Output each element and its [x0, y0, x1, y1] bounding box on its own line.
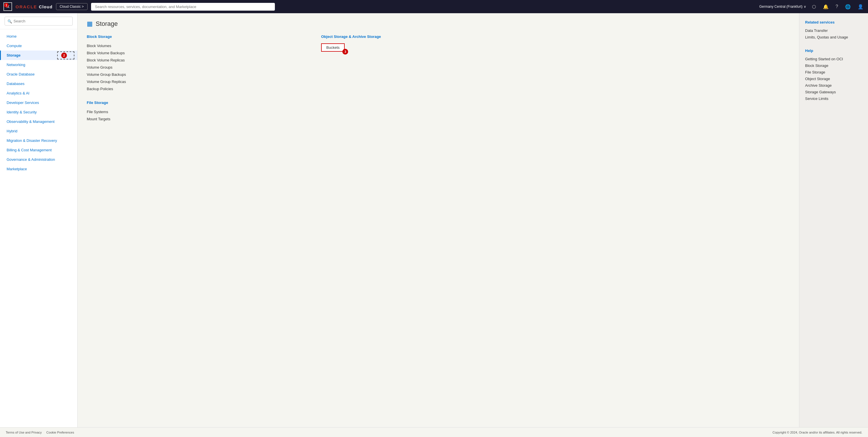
- buckets-link[interactable]: Buckets: [321, 43, 345, 52]
- sidebar-search-wrap: 🔍: [0, 13, 77, 29]
- close-button-wrap: ✕ 1: [3, 2, 12, 11]
- right-panel: Related services Data Transfer Limits, Q…: [799, 13, 868, 427]
- file-storage-links: File Systems Mount Targets: [87, 108, 321, 123]
- sidebar-nav: Home Compute Storage 2 Networking Oracle…: [0, 29, 77, 176]
- sidebar-item-oracle-database[interactable]: Oracle Database: [0, 69, 77, 79]
- sidebar-item-billing-cost-management[interactable]: Billing & Cost Management: [0, 145, 77, 155]
- help-title: Help: [805, 49, 862, 53]
- help-block-storage-link[interactable]: Block Storage: [805, 62, 862, 69]
- storage-sections-row: Block Storage Block Volumes Block Volume…: [87, 34, 790, 123]
- block-storage-section: Block Storage Block Volumes Block Volume…: [87, 34, 321, 123]
- dashed-indicator: [57, 52, 74, 59]
- object-storage-section: Object Storage & Archive Storage Buckets…: [321, 34, 556, 123]
- file-systems-link[interactable]: File Systems: [87, 108, 321, 116]
- help-storage-gateways-link[interactable]: Storage Gateways: [805, 89, 862, 95]
- cloud-classic-button[interactable]: Cloud Classic >: [56, 3, 88, 10]
- block-storage-links: Block Volumes Block Volume Backups Block…: [87, 42, 321, 92]
- main-layout: 🔍 Home Compute Storage 2 Networking Orac…: [0, 13, 868, 427]
- region-label: Germany Central (Frankfurt): [759, 5, 803, 9]
- page-title-row: ▦ Storage: [87, 20, 790, 28]
- volume-group-replicas-link[interactable]: Volume Group Replicas: [87, 78, 321, 85]
- related-services-title: Related services: [805, 20, 862, 24]
- help-service-limits-link[interactable]: Service Limits: [805, 95, 862, 102]
- help-icon[interactable]: ?: [834, 3, 839, 10]
- sidebar-search-input[interactable]: [5, 17, 73, 26]
- storage-title-icon: ▦: [87, 20, 93, 28]
- bottom-bar: Terms of Use and Privacy Cookie Preferen…: [0, 427, 868, 437]
- global-search-input[interactable]: [91, 3, 275, 11]
- limits-quotas-link[interactable]: Limits, Quotas and Usage: [805, 34, 862, 40]
- block-volume-backups-link[interactable]: Block Volume Backups: [87, 50, 321, 57]
- sidebar-item-storage-label: Storage: [7, 53, 21, 57]
- block-storage-title: Block Storage: [87, 34, 321, 39]
- navbar: ✕ 1 ORACLE Cloud Cloud Classic > Germany…: [0, 0, 868, 13]
- block-volume-replicas-link[interactable]: Block Volume Replicas: [87, 57, 321, 64]
- block-volumes-link[interactable]: Block Volumes: [87, 42, 321, 50]
- help-archive-storage-link[interactable]: Archive Storage: [805, 82, 862, 89]
- sidebar-item-databases[interactable]: Databases: [0, 79, 77, 88]
- oracle-text: ORACLE: [16, 4, 37, 9]
- region-selector[interactable]: Germany Central (Frankfurt) ∨: [759, 5, 806, 9]
- mount-targets-link[interactable]: Mount Targets: [87, 116, 321, 123]
- sidebar-item-analytics-ai[interactable]: Analytics & AI: [0, 88, 77, 98]
- bottom-links: Terms of Use and Privacy Cookie Preferen…: [6, 431, 74, 434]
- sidebar-item-migration-disaster-recovery[interactable]: Migration & Disaster Recovery: [0, 136, 77, 145]
- content-area: ▦ Storage Block Storage Block Volumes Bl…: [78, 13, 799, 427]
- notification-bell-icon[interactable]: 🔔: [822, 3, 830, 11]
- spacer-col: [556, 34, 790, 123]
- region-chevron-icon: ∨: [804, 5, 806, 9]
- globe-icon[interactable]: 🌐: [844, 3, 852, 11]
- sidebar-item-home[interactable]: Home: [0, 32, 77, 41]
- navbar-right: Germany Central (Frankfurt) ∨ ⬡ 🔔 ? 🌐 👤: [759, 3, 865, 11]
- copyright-text: Copyright © 2024, Oracle and/or its affi…: [773, 431, 862, 434]
- sidebar-item-marketplace[interactable]: Marketplace: [0, 164, 77, 174]
- user-avatar-icon[interactable]: 👤: [857, 3, 865, 11]
- cloud-text: Cloud: [39, 4, 53, 9]
- page-title: Storage: [96, 20, 118, 28]
- terms-link[interactable]: Terms of Use and Privacy: [6, 431, 42, 434]
- file-storage-section: File Storage File Systems Mount Targets: [87, 100, 321, 123]
- sidebar-search-icon: 🔍: [7, 19, 12, 23]
- sidebar-item-compute[interactable]: Compute: [0, 41, 77, 51]
- volume-groups-link[interactable]: Volume Groups: [87, 64, 321, 71]
- sidebar-item-identity-security[interactable]: Identity & Security: [0, 107, 77, 117]
- volume-group-backups-link[interactable]: Volume Group Backups: [87, 71, 321, 78]
- related-services-section: Related services Data Transfer Limits, Q…: [805, 20, 862, 40]
- cookie-preferences-link[interactable]: Cookie Preferences: [46, 431, 74, 434]
- cloud-shell-icon[interactable]: ⬡: [811, 3, 817, 11]
- oracle-logo: ORACLE Cloud: [16, 4, 53, 9]
- data-transfer-link[interactable]: Data Transfer: [805, 27, 862, 34]
- help-section: Help Getting Started on OCI Block Storag…: [805, 49, 862, 102]
- backup-policies-link[interactable]: Backup Policies: [87, 85, 321, 92]
- sidebar-item-hybrid[interactable]: Hybrid: [0, 126, 77, 136]
- help-file-storage-link[interactable]: File Storage: [805, 69, 862, 75]
- getting-started-oci-link[interactable]: Getting Started on OCI: [805, 56, 862, 62]
- sidebar-item-developer-services[interactable]: Developer Services: [0, 98, 77, 107]
- help-object-storage-link[interactable]: Object Storage: [805, 75, 862, 82]
- sidebar-item-observability-management[interactable]: Observability & Management: [0, 117, 77, 126]
- sidebar: 🔍 Home Compute Storage 2 Networking Orac…: [0, 13, 78, 427]
- buckets-item-wrap: Buckets 3: [321, 42, 345, 52]
- sidebar-item-networking[interactable]: Networking: [0, 60, 77, 69]
- badge-1: 1: [4, 3, 9, 7]
- sidebar-item-storage[interactable]: Storage 2: [0, 51, 77, 60]
- file-storage-title: File Storage: [87, 100, 321, 105]
- object-storage-title: Object Storage & Archive Storage: [321, 34, 556, 39]
- content-inner: ▦ Storage Block Storage Block Volumes Bl…: [78, 13, 799, 129]
- sidebar-item-governance-administration[interactable]: Governance & Administration: [0, 155, 77, 164]
- badge-3-icon: 3: [342, 49, 348, 55]
